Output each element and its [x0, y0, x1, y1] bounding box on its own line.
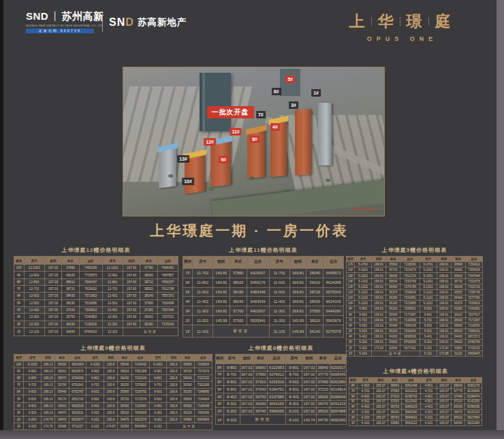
- table-cell: 5535941: [247, 316, 269, 325]
- table-cell: 169.81: [289, 297, 306, 306]
- table-cell: 4-601: [420, 393, 437, 399]
- table-row: 9F12-902197.0339100770387312-901197.6338…: [14, 272, 178, 278]
- table-cell: 9-1002: [86, 361, 104, 368]
- table-cell: 167.02: [302, 378, 316, 386]
- table-cell: 7084159: [400, 323, 420, 328]
- table-row: 8F8-802167.023666061229538-801167.023684…: [216, 363, 347, 371]
- table-cell: 7194664: [194, 395, 212, 402]
- poster: { "header": { "logo_group": { "snd": "SN…: [0, 0, 504, 439]
- table-cell: 7F: [347, 317, 355, 323]
- table-cell: 169.81: [212, 268, 230, 278]
- table-cell: 9-902: [86, 368, 104, 375]
- table-cell: 197.63: [123, 285, 140, 292]
- table-cell: 5-1502: [355, 273, 372, 278]
- column-header: 房号: [269, 257, 289, 269]
- table-cell: 5-301: [420, 340, 437, 345]
- table-cell: 36720: [180, 368, 194, 375]
- price-table-building-9: 上华璟庭9幢价格明细表 楼层房号面积单价总价房号面积单价总价房号面积单价总价10…: [14, 344, 212, 430]
- building-marker-8: 8#: [250, 135, 259, 143]
- table-cell: 2F: [14, 416, 24, 423]
- table-cell: 189.13: [41, 368, 54, 375]
- table-cell: 199.61: [372, 301, 386, 306]
- table-row: 4F11-402169.8138240649353411-401169.8138…: [183, 297, 344, 306]
- table-cell: 6444290: [324, 306, 344, 316]
- table-cell: 167.02: [240, 386, 253, 393]
- table-cell: 7140448: [194, 402, 212, 409]
- table-cell: 11-101: [269, 325, 289, 338]
- table-cell: 6F: [216, 378, 224, 386]
- table-cell: 7279000: [131, 382, 149, 389]
- table-cell: 36250: [118, 382, 131, 389]
- table-cell: 165.07: [374, 404, 388, 410]
- table-cell: 36430: [118, 375, 131, 382]
- table-cell: 5-201: [420, 345, 437, 351]
- table-cell: 6F: [14, 389, 24, 395]
- table-cell: 7315144: [131, 375, 149, 382]
- table-cell: 200.8: [104, 395, 118, 402]
- table-cell: 8-402: [223, 393, 240, 400]
- table-cell: 36750: [62, 314, 79, 321]
- table-cell: 4F: [14, 402, 24, 409]
- column-header: 总价: [400, 257, 420, 262]
- table-cell: 5-1102: [355, 295, 372, 301]
- column-header: 总价: [194, 355, 212, 361]
- column-header: 房号: [24, 355, 42, 361]
- table-row: 1F5-102架空层5-101173.88311105409407: [347, 351, 483, 356]
- poster-bottom-edge: [0, 430, 504, 439]
- table-cell: 7207917: [465, 312, 482, 317]
- table-cell: 189.13: [41, 402, 54, 409]
- table-row: 4F9-403189.133491066025289-402200.835450…: [14, 402, 212, 409]
- building-marker-7: 7#: [256, 111, 266, 118]
- table-cell: 7612708: [157, 285, 178, 292]
- table-cell: 199.61: [372, 273, 386, 278]
- table-cell: 4F: [14, 306, 25, 313]
- table-cell: 6624288: [324, 278, 344, 287]
- table-cell: 9-203: [24, 416, 42, 423]
- table-cell: 197.63: [123, 278, 140, 285]
- table-cell: 7118360: [131, 402, 149, 409]
- snd-estate-logo-name: 苏高新地产: [138, 17, 187, 27]
- table-cell: 38910: [62, 278, 79, 285]
- table-cell: 5-1301: [420, 284, 437, 289]
- table-cell: 9-601: [149, 389, 167, 395]
- table-cell: 37860: [230, 268, 247, 278]
- table-cell: 33890: [388, 421, 402, 426]
- table-cell: 38430: [62, 293, 79, 299]
- table-cell: 199.61: [437, 267, 451, 273]
- table-cell: 167.02: [240, 400, 253, 408]
- table-cell: 5-101: [420, 351, 437, 356]
- building-marker-10: 10#: [182, 178, 194, 185]
- table-cell: 3F: [349, 410, 358, 415]
- table-cell: 8-201: [286, 408, 302, 415]
- table-cell: 5-1401: [420, 278, 437, 284]
- table-cell: 4-102: [357, 421, 374, 426]
- table-cell: 6429007: [247, 268, 269, 278]
- table-cell: 165.07: [374, 421, 388, 426]
- table-cell: 6137985: [268, 393, 286, 400]
- table-cell: 6459572: [324, 268, 344, 278]
- table-cell: 37580: [388, 388, 402, 393]
- table-cell: 37980: [62, 265, 79, 272]
- table-cell: 5F: [347, 329, 355, 334]
- table-cell: 6702767: [69, 389, 86, 395]
- table-cell: 12-601: [102, 293, 123, 299]
- table-cell: 9-102: [86, 423, 104, 429]
- table-cell: 169.81: [212, 287, 230, 297]
- table-cell: 36100: [386, 306, 400, 312]
- table-cell: 167.02: [240, 371, 253, 378]
- table-cell: 7500059: [157, 299, 178, 306]
- column-header: 面积: [44, 257, 61, 265]
- table-cell: 38180: [230, 287, 247, 297]
- table-cell: 9-801: [149, 375, 167, 382]
- table-cell: 12-302: [24, 314, 44, 321]
- table-cell: 7130516: [79, 321, 102, 327]
- table-row: 11F5-1102199.613628072418515-1101199.613…: [347, 295, 483, 301]
- table-cell: 199.61: [437, 295, 451, 301]
- table-cell: 36540: [180, 375, 194, 382]
- table-cell: 5-1001: [420, 301, 437, 306]
- table-cell: 197.03: [44, 314, 61, 321]
- column-header: 楼层: [347, 257, 355, 262]
- table-cell: 4-101: [420, 421, 437, 426]
- table-cell: 16F: [347, 267, 355, 273]
- price-table: 楼层房号面积单价总价房号面积单价总价10F12-1002197.03379807…: [14, 256, 178, 336]
